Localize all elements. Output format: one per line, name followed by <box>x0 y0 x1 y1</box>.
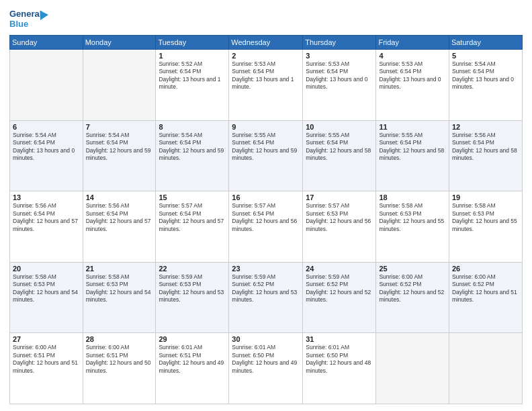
day-info: Sunrise: 5:58 AM Sunset: 6:53 PM Dayligh… <box>86 273 153 304</box>
calendar-week-row: 1Sunrise: 5:52 AM Sunset: 6:54 PM Daylig… <box>10 50 523 121</box>
logo: GeneralBlue <box>9 7 50 31</box>
calendar-cell: 11Sunrise: 5:55 AM Sunset: 6:54 PM Dayli… <box>376 120 449 191</box>
day-number: 31 <box>306 335 373 343</box>
day-info: Sunrise: 5:54 AM Sunset: 6:54 PM Dayligh… <box>13 132 80 163</box>
weekday-header-sunday: Sunday <box>10 36 83 50</box>
day-info: Sunrise: 6:01 AM Sunset: 6:50 PM Dayligh… <box>232 344 300 375</box>
day-number: 28 <box>86 335 153 343</box>
day-number: 15 <box>159 193 226 201</box>
day-info: Sunrise: 6:00 AM Sunset: 6:52 PM Dayligh… <box>379 273 445 304</box>
day-number: 8 <box>159 123 226 131</box>
calendar-cell: 20Sunrise: 5:58 AM Sunset: 6:53 PM Dayli… <box>10 262 83 333</box>
calendar-cell: 24Sunrise: 5:59 AM Sunset: 6:52 PM Dayli… <box>303 262 376 333</box>
day-info: Sunrise: 5:58 AM Sunset: 6:53 PM Dayligh… <box>379 202 445 233</box>
day-number: 25 <box>379 265 445 273</box>
day-info: Sunrise: 5:55 AM Sunset: 6:54 PM Dayligh… <box>379 132 445 163</box>
calendar-cell <box>449 333 522 404</box>
day-info: Sunrise: 6:00 AM Sunset: 6:51 PM Dayligh… <box>86 344 153 375</box>
calendar-week-row: 27Sunrise: 6:00 AM Sunset: 6:51 PM Dayli… <box>10 333 523 404</box>
calendar-table: SundayMondayTuesdayWednesdayThursdayFrid… <box>9 35 523 404</box>
svg-marker-2 <box>40 11 48 20</box>
day-number: 19 <box>452 193 519 201</box>
calendar-cell: 4Sunrise: 5:53 AM Sunset: 6:54 PM Daylig… <box>376 50 449 121</box>
day-info: Sunrise: 5:56 AM Sunset: 6:54 PM Dayligh… <box>86 202 153 233</box>
weekday-header-friday: Friday <box>376 36 449 50</box>
day-number: 18 <box>379 193 445 201</box>
logo-svg: GeneralBlue <box>9 7 50 31</box>
calendar-week-row: 20Sunrise: 5:58 AM Sunset: 6:53 PM Dayli… <box>10 262 523 333</box>
day-info: Sunrise: 5:58 AM Sunset: 6:53 PM Dayligh… <box>13 273 80 304</box>
weekday-header-saturday: Saturday <box>449 36 522 50</box>
calendar-cell: 13Sunrise: 5:56 AM Sunset: 6:54 PM Dayli… <box>10 191 83 263</box>
calendar-cell: 14Sunrise: 5:56 AM Sunset: 6:54 PM Dayli… <box>83 191 156 263</box>
day-info: Sunrise: 5:54 AM Sunset: 6:54 PM Dayligh… <box>452 60 519 91</box>
calendar-cell: 30Sunrise: 6:01 AM Sunset: 6:50 PM Dayli… <box>229 333 303 404</box>
calendar-cell: 22Sunrise: 5:59 AM Sunset: 6:53 PM Dayli… <box>156 262 229 333</box>
calendar-cell: 19Sunrise: 5:58 AM Sunset: 6:53 PM Dayli… <box>449 191 522 263</box>
day-number: 13 <box>13 193 80 201</box>
calendar-cell: 31Sunrise: 6:01 AM Sunset: 6:50 PM Dayli… <box>303 333 376 404</box>
day-number: 2 <box>232 52 300 60</box>
day-info: Sunrise: 5:53 AM Sunset: 6:54 PM Dayligh… <box>379 60 445 91</box>
day-info: Sunrise: 5:52 AM Sunset: 6:54 PM Dayligh… <box>159 60 226 91</box>
calendar-cell: 7Sunrise: 5:54 AM Sunset: 6:54 PM Daylig… <box>83 120 156 191</box>
calendar-week-row: 13Sunrise: 5:56 AM Sunset: 6:54 PM Dayli… <box>10 191 523 263</box>
day-info: Sunrise: 5:53 AM Sunset: 6:54 PM Dayligh… <box>232 60 300 91</box>
day-info: Sunrise: 5:55 AM Sunset: 6:54 PM Dayligh… <box>306 132 373 163</box>
day-info: Sunrise: 6:00 AM Sunset: 6:51 PM Dayligh… <box>13 344 80 375</box>
day-number: 5 <box>452 52 519 60</box>
day-info: Sunrise: 5:55 AM Sunset: 6:54 PM Dayligh… <box>232 132 300 163</box>
calendar-cell <box>83 50 156 121</box>
day-number: 26 <box>452 265 519 273</box>
calendar-cell: 2Sunrise: 5:53 AM Sunset: 6:54 PM Daylig… <box>229 50 303 121</box>
calendar-cell: 5Sunrise: 5:54 AM Sunset: 6:54 PM Daylig… <box>449 50 522 121</box>
day-number: 3 <box>306 52 373 60</box>
header: GeneralBlue <box>9 7 523 31</box>
day-number: 6 <box>13 123 80 131</box>
day-info: Sunrise: 5:56 AM Sunset: 6:54 PM Dayligh… <box>452 132 519 163</box>
calendar-cell: 28Sunrise: 6:00 AM Sunset: 6:51 PM Dayli… <box>83 333 156 404</box>
weekday-header-tuesday: Tuesday <box>156 36 229 50</box>
weekday-header-monday: Monday <box>83 36 156 50</box>
weekday-header-thursday: Thursday <box>303 36 376 50</box>
day-info: Sunrise: 6:00 AM Sunset: 6:52 PM Dayligh… <box>452 273 519 304</box>
day-number: 27 <box>13 335 80 343</box>
svg-text:General: General <box>9 9 42 19</box>
day-info: Sunrise: 5:59 AM Sunset: 6:52 PM Dayligh… <box>306 273 373 304</box>
day-number: 20 <box>13 265 80 273</box>
day-info: Sunrise: 5:54 AM Sunset: 6:54 PM Dayligh… <box>159 132 226 163</box>
day-info: Sunrise: 5:59 AM Sunset: 6:52 PM Dayligh… <box>232 273 300 304</box>
calendar-cell: 21Sunrise: 5:58 AM Sunset: 6:53 PM Dayli… <box>83 262 156 333</box>
day-info: Sunrise: 5:59 AM Sunset: 6:53 PM Dayligh… <box>159 273 226 304</box>
day-number: 30 <box>232 335 300 343</box>
calendar-cell: 29Sunrise: 6:01 AM Sunset: 6:51 PM Dayli… <box>156 333 229 404</box>
calendar-cell: 23Sunrise: 5:59 AM Sunset: 6:52 PM Dayli… <box>229 262 303 333</box>
day-number: 29 <box>159 335 226 343</box>
day-number: 14 <box>86 193 153 201</box>
calendar-cell: 6Sunrise: 5:54 AM Sunset: 6:54 PM Daylig… <box>10 120 83 191</box>
day-number: 23 <box>232 265 300 273</box>
calendar-cell: 18Sunrise: 5:58 AM Sunset: 6:53 PM Dayli… <box>376 191 449 263</box>
day-info: Sunrise: 5:57 AM Sunset: 6:53 PM Dayligh… <box>306 202 373 233</box>
calendar-cell: 15Sunrise: 5:57 AM Sunset: 6:54 PM Dayli… <box>156 191 229 263</box>
day-info: Sunrise: 5:57 AM Sunset: 6:54 PM Dayligh… <box>159 202 226 233</box>
page: GeneralBlue SundayMondayTuesdayWednesday… <box>0 0 532 411</box>
calendar-cell: 8Sunrise: 5:54 AM Sunset: 6:54 PM Daylig… <box>156 120 229 191</box>
calendar-cell: 16Sunrise: 5:57 AM Sunset: 6:54 PM Dayli… <box>229 191 303 263</box>
day-number: 4 <box>379 52 445 60</box>
day-number: 17 <box>306 193 373 201</box>
day-info: Sunrise: 5:57 AM Sunset: 6:54 PM Dayligh… <box>232 202 300 233</box>
calendar-week-row: 6Sunrise: 5:54 AM Sunset: 6:54 PM Daylig… <box>10 120 523 191</box>
day-info: Sunrise: 5:56 AM Sunset: 6:54 PM Dayligh… <box>13 202 80 233</box>
calendar-cell: 3Sunrise: 5:53 AM Sunset: 6:54 PM Daylig… <box>303 50 376 121</box>
svg-text:Blue: Blue <box>9 19 28 29</box>
day-number: 7 <box>86 123 153 131</box>
day-number: 12 <box>452 123 519 131</box>
calendar-cell: 1Sunrise: 5:52 AM Sunset: 6:54 PM Daylig… <box>156 50 229 121</box>
day-info: Sunrise: 6:01 AM Sunset: 6:51 PM Dayligh… <box>159 344 226 375</box>
day-number: 11 <box>379 123 445 131</box>
day-info: Sunrise: 5:53 AM Sunset: 6:54 PM Dayligh… <box>306 60 373 91</box>
weekday-header-row: SundayMondayTuesdayWednesdayThursdayFrid… <box>10 36 523 50</box>
calendar-cell <box>10 50 83 121</box>
calendar-cell: 17Sunrise: 5:57 AM Sunset: 6:53 PM Dayli… <box>303 191 376 263</box>
